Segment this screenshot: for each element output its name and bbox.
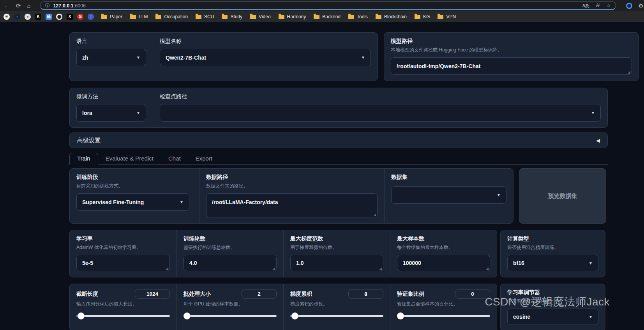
back-icon[interactable]: ← [4,3,10,9]
dataset-field: 数据集 ▼ [384,169,513,223]
gitee-icon[interactable]: G [77,14,83,20]
bookmark-folder-harmony[interactable]: Harmony [275,14,309,19]
data-dir-input[interactable]: /root/LLaMA-Factory/data ◢ [206,193,378,217]
home-icon[interactable]: ⌂ [27,3,31,9]
text-cursor [629,59,629,64]
resize-handle-icon[interactable]: ◢ [628,70,630,74]
model-path-field: 模型路径 本地模型的文件路径或 Hugging Face 的模型标识符。 /ro… [384,33,639,81]
learning-rate-label: 学习率 [76,235,170,242]
training-stage-dropdown[interactable]: Supervised Fine-Tuning ▼ [76,193,189,211]
bookmark-folder-kg[interactable]: KG [411,14,433,19]
bookmark-folder-backend[interactable]: Backend [311,14,344,19]
folder-icon [101,15,107,19]
read-aloud-icon[interactable]: A⁾ [596,3,600,8]
x-icon[interactable]: X [67,14,73,20]
favorite-star-icon[interactable]: ☆ [607,3,611,8]
batch-size-slider[interactable] [183,312,277,319]
finetune-method-field: 微调方法 lora ▼ [70,88,153,127]
resize-handle-icon[interactable]: ◢ [373,213,376,217]
bookmark-folder-occupation[interactable]: Occupation [152,14,191,19]
llamafactory-page: 语言 zh ▼ 模型名称 Qwen2-7B-Chat ▼ 模型路径 本地模型的文… [0,22,644,330]
slider-handle[interactable] [78,312,85,319]
bookmark-folder-tools[interactable]: Tools [345,14,371,19]
language-value: zh [82,55,88,61]
avatar-icon[interactable]: ● [25,14,31,20]
model-path-input[interactable]: /root/autodl-tmp/Qwen2-7B-Chat ◢ [391,57,632,75]
grad-accum-slider[interactable] [290,312,383,319]
favicon-group: ✳◗●K译⬤XGC [4,14,94,20]
bookmark-folders: PaperLLMOccupationSCUStudyVideoHarmonyBa… [98,14,459,19]
advanced-settings-accordion[interactable]: 高级设置 ◀ [69,132,608,148]
checkpoint-path-dropdown[interactable]: ▼ [160,104,601,122]
bookmark-folder-study[interactable]: Study [219,14,245,19]
tab-export[interactable]: Export [188,153,220,164]
dataset-panel: 训练阶段 目前采用的训练方式。 Supervised Fine-Tuning ▼… [69,168,513,224]
model-name-dropdown[interactable]: Qwen2-7B-Chat ▼ [160,49,371,66]
github-icon[interactable]: ⬤ [56,14,62,20]
bookmark-label: Backend [322,14,341,19]
language-dropdown[interactable]: zh ▼ [76,49,146,66]
cutoff-len-slider[interactable] [76,312,170,319]
slider-handle[interactable] [397,312,404,319]
compute-type-dropdown[interactable]: bf16 ▼ [507,255,598,271]
resize-handle-icon[interactable]: ◢ [166,266,168,270]
folder-icon [222,15,228,19]
bookmark-folder-paper[interactable]: Paper [98,14,125,19]
slider-handle[interactable] [291,312,298,319]
compute-type-label: 计算类型 [507,235,598,242]
bookmark-label: SCU [204,14,214,19]
max-grad-norm-input[interactable]: 1.0 ◢ [290,255,383,271]
dataset-label: 数据集 [391,174,506,181]
bookmark-folder-vpn[interactable]: VPN [434,14,459,19]
chevron-down-icon: ▼ [136,55,140,60]
extension-icon[interactable] [626,3,632,9]
compute-type-info: 是否使用混合精度训练。 [507,244,598,251]
reload-icon[interactable]: ⟳ [16,3,21,9]
bookmark-folder-llm[interactable]: LLM [127,14,151,19]
resize-handle-icon[interactable]: ◢ [272,266,275,270]
epochs-field: 训练轮数 需要执行的训练总轮数。 4.0 ◢ [176,230,283,277]
bookmark-folder-video[interactable]: Video [247,14,273,19]
translate-icon[interactable]: 译 [46,14,52,20]
learning-rate-input[interactable]: 5e-5 ◢ [76,255,170,271]
tab-evaluate-predict[interactable]: Evaluate & Predict [98,153,161,164]
training-stage-field: 训练阶段 目前采用的训练方式。 Supervised Fine-Tuning ▼ [70,169,199,223]
dataset-dropdown[interactable]: ▼ [391,186,506,204]
chevron-down-icon: ▼ [589,315,593,319]
folder-icon [348,15,354,19]
slider-handle[interactable] [183,312,191,319]
resize-handle-icon[interactable]: ◢ [486,266,489,270]
cutoff-len-value-box[interactable]: 1024 [135,289,170,299]
resize-handle-icon[interactable]: ◢ [379,266,382,270]
epochs-input[interactable]: 4.0 ◢ [183,255,277,271]
bookmark-folder-scu[interactable]: SCU [192,14,217,19]
browser-settings-icon[interactable]: ⚙ [639,2,644,9]
val-size-slider[interactable] [397,312,490,319]
finetune-method-value: lora [82,110,92,116]
whale-icon[interactable]: ◗ [14,14,20,20]
address-bar[interactable]: ⓘ 127.0.0.1:6006 aあ A⁾ ☆ [40,1,616,10]
max-grad-norm-label: 最大梯度范数 [290,235,383,242]
model-path-info: 本地模型的文件路径或 Hugging Face 的模型标识符。 [391,47,632,53]
grad-accum-field: 梯度累积 8 梯度累积的步数。 [283,284,390,330]
bookmark-folder-blockchain[interactable]: Blockchain [372,14,410,19]
lr-scheduler-value: cosine [513,314,530,320]
tab-chat[interactable]: Chat [161,153,188,164]
folder-icon [415,15,420,19]
openai-icon[interactable]: ✳ [4,14,10,20]
c-ring-icon[interactable]: C [88,14,94,20]
tab-train[interactable]: Train [69,153,98,165]
max-samples-label: 最大样本数 [397,235,490,242]
grad-accum-value-box[interactable]: 8 [348,289,383,299]
preview-dataset-button[interactable]: 预览数据集 [519,168,606,224]
translate-page-icon[interactable]: aあ [582,2,590,9]
val-size-value-box[interactable]: 0 [455,289,490,299]
lr-scheduler-dropdown[interactable]: cosine ▼ [507,309,598,325]
max-samples-input[interactable]: 100000 ◢ [397,255,490,271]
url-host: 127.0.0.1 [53,3,74,9]
finetune-method-dropdown[interactable]: lora ▼ [76,104,146,122]
batch-size-value-box[interactable]: 2 [242,289,277,299]
kimi-icon[interactable]: K [35,14,41,20]
site-info-icon[interactable]: ⓘ [45,2,50,9]
bookmark-label: Occupation [164,14,188,19]
